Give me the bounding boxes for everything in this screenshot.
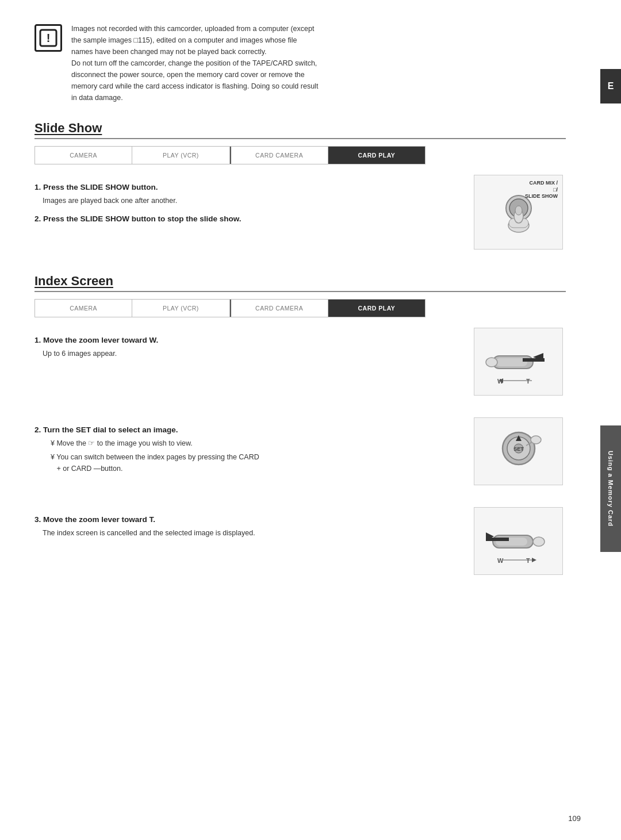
index-step2-row: 2. Turn the SET dial to select an image.… <box>34 417 566 493</box>
index-step1-text: Up to 6 images appear. <box>43 348 462 359</box>
card-mix-label: CARD MIX /□/SLIDE SHOW <box>525 180 558 200</box>
mode-play-vcr: PLAY (VCR) <box>132 147 229 164</box>
zoom-t-img-box: W T <box>474 507 563 575</box>
svg-text:T: T <box>526 378 530 385</box>
slide-show-steps: 1. Press the SLIDE SHOW button. Images a… <box>34 175 474 227</box>
slide-show-image: CARD MIX /□/SLIDE SHOW <box>474 175 566 258</box>
index-step2-left: 2. Turn the SET dial to select an image.… <box>34 417 474 477</box>
index-step2-bullet1: ¥ Move the ☞ to the image you wish to vi… <box>51 438 462 449</box>
index-screen-mode-bar: CAMERA PLAY (VCR) CARD CAMERA CARD PLAY <box>34 299 425 317</box>
slide-step-2-heading: 2. Press the SLIDE SHOW button to stop t… <box>34 214 462 223</box>
index-step3-left: 3. Move the zoom lever toward T. The ind… <box>34 507 474 542</box>
slide-step-1-text: Images are played back one after another… <box>43 195 462 206</box>
index-mode-card-camera: CARD CAMERA <box>231 300 328 317</box>
svg-point-22 <box>531 436 541 444</box>
mode-card-play-active: CARD PLAY <box>328 147 425 164</box>
svg-text:W: W <box>497 557 504 564</box>
index-step1-image: W T <box>474 328 566 404</box>
index-step3-image: W T <box>474 507 566 583</box>
index-step1-row: 1. Move the zoom lever toward W. Up to 6… <box>34 328 566 404</box>
mode-camera: CAMERA <box>35 147 132 164</box>
svg-rect-9 <box>496 358 527 366</box>
index-mode-camera: CAMERA <box>35 300 132 317</box>
svg-point-28 <box>533 537 545 546</box>
svg-rect-27 <box>486 538 509 541</box>
index-step2-bullet2: ¥ You can switch between the index pages… <box>51 451 462 474</box>
side-tab-memory: Using a Memory Card <box>600 425 621 552</box>
index-mode-play-vcr: PLAY (VCR) <box>132 300 229 317</box>
svg-marker-32 <box>532 558 536 562</box>
slide-step-1-heading: 1. Press the SLIDE SHOW button. <box>34 183 462 191</box>
zoom-w-img-box: W T <box>474 328 563 396</box>
index-mode-card-play-active: CARD PLAY <box>328 300 425 317</box>
index-step1-left: 1. Move the zoom lever toward W. Up to 6… <box>34 328 474 363</box>
index-step3-text: The index screen is cancelled and the se… <box>43 527 462 539</box>
svg-text:SET: SET <box>513 446 524 452</box>
svg-rect-12 <box>523 358 545 362</box>
index-step1-heading: 1. Move the zoom lever toward W. <box>34 336 462 344</box>
index-step2-heading: 2. Turn the SET dial to select an image. <box>34 425 462 434</box>
index-step2-image: SET <box>474 417 566 493</box>
mode-card-camera: CARD CAMERA <box>231 147 328 164</box>
notice-text: Images not recorded with this camcorder,… <box>71 23 318 103</box>
slide-show-title: Slide Show <box>34 121 566 139</box>
page-wrapper: E Using a Memory Card ! Images not recor… <box>0 0 621 840</box>
index-screen-section: Index Screen CAMERA PLAY (VCR) CARD CAME… <box>34 274 566 583</box>
slide-show-section: Slide Show CAMERA PLAY (VCR) CARD CAMERA… <box>34 121 566 258</box>
svg-text:T: T <box>526 557 530 564</box>
slide-show-img-box: CARD MIX /□/SLIDE SHOW <box>474 175 563 250</box>
slide-show-content: 1. Press the SLIDE SHOW button. Images a… <box>34 175 566 258</box>
side-tab-e: E <box>600 69 621 103</box>
index-screen-title: Index Screen <box>34 274 566 292</box>
set-dial-svg: SET <box>481 423 556 480</box>
notice-icon: ! <box>34 24 62 52</box>
index-step3-heading: 3. Move the zoom lever toward T. <box>34 515 462 524</box>
main-content: ! Images not recorded with this camcorde… <box>0 0 600 634</box>
page-number: 109 <box>568 814 581 823</box>
zoom-w-svg: W T <box>481 333 556 390</box>
slide-show-mode-bar: CAMERA PLAY (VCR) CARD CAMERA CARD PLAY <box>34 146 425 164</box>
svg-point-10 <box>486 358 497 367</box>
notice-box: ! Images not recorded with this camcorde… <box>34 23 566 103</box>
svg-text:!: ! <box>47 32 51 44</box>
svg-point-7 <box>515 206 522 215</box>
zoom-t-svg: W T <box>481 512 556 570</box>
set-dial-img-box: SET <box>474 417 563 485</box>
index-step3-row: 3. Move the zoom lever toward T. The ind… <box>34 507 566 583</box>
